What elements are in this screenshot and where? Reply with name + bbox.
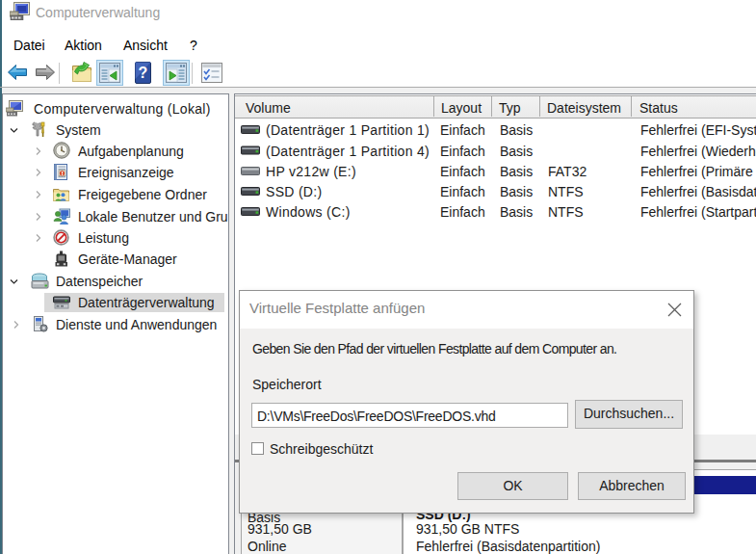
svg-text:?: ? — [139, 65, 148, 81]
